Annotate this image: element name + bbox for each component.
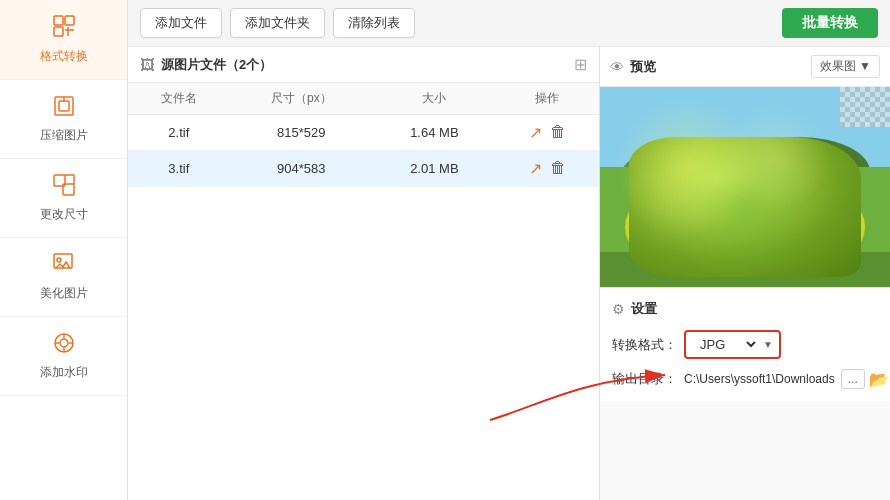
preview-mode-label: 效果图 [820,59,856,73]
sidebar-item-beautify[interactable]: 美化图片 [0,238,127,317]
settings-header: ⚙ 设置 [612,300,878,318]
svg-point-32 [806,215,814,223]
settings-area: ⚙ 设置 转换格式： JPGPNGBMPGIFWEBPTIFF ▼ 输出目录： [600,287,890,401]
watermark-icon [52,331,76,360]
body-area: 🖼 源图片文件（2个） ⊞ 文件名 尺寸（px） 大小 操作 [128,47,890,500]
svg-point-9 [57,258,61,262]
preview-eye-icon: 👁 [610,59,624,75]
format-select-wrapper: JPGPNGBMPGIFWEBPTIFF ▼ [684,330,781,359]
main-content: 添加文件 添加文件夹 清除列表 批量转换 🖼 源图片文件（2个） ⊞ [128,0,890,500]
file-open-icon[interactable]: ↗ [529,159,542,178]
file-name: 2.tif [128,115,230,151]
file-actions: ↗ 🗑 [496,115,599,151]
folder-open-icon[interactable]: 📂 [869,370,889,389]
output-row: 输出目录： C:\Users\yssoft1\Downloads ... 📂 [612,369,878,389]
sidebar-item-label-watermark: 添加水印 [40,364,88,381]
format-row: 转换格式： JPGPNGBMPGIFWEBPTIFF ▼ [612,330,878,359]
batch-convert-button[interactable]: 批量转换 [782,8,878,38]
table-row[interactable]: 2.tif815*5291.64 MB ↗ 🗑 [128,115,599,151]
sidebar-item-watermark[interactable]: 添加水印 [0,317,127,396]
compress-icon [52,94,76,123]
file-actions: ↗ 🗑 [496,151,599,187]
select-arrow-icon: ▼ [763,339,773,350]
format-convert-icon [52,14,76,44]
table-row[interactable]: 3.tif904*5832.01 MB ↗ 🗑 [128,151,599,187]
sidebar: 格式转换 压缩图片 更改尺寸 [0,0,128,500]
format-select[interactable]: JPGPNGBMPGIFWEBPTIFF [692,334,759,355]
beautify-icon [52,252,76,281]
sidebar-item-label-format: 格式转换 [40,48,88,65]
svg-rect-2 [54,27,63,36]
file-size-px: 904*583 [230,151,373,187]
svg-point-11 [60,339,68,347]
sidebar-item-label-compress: 压缩图片 [40,127,88,144]
toolbar: 添加文件 添加文件夹 清除列表 批量转换 [128,0,890,47]
output-path: C:\Users\yssoft1\Downloads [684,372,835,386]
svg-point-22 [745,190,815,234]
svg-point-27 [734,193,746,205]
output-label: 输出目录： [612,370,684,388]
file-name: 3.tif [128,151,230,187]
svg-point-25 [700,204,710,214]
svg-point-18 [730,137,870,207]
preview-title: 预览 [630,58,656,76]
sidebar-item-label-resize: 更改尺寸 [40,206,88,223]
add-folder-button[interactable]: 添加文件夹 [230,8,325,38]
panel-header: 🖼 源图片文件（2个） ⊞ [128,47,599,83]
panel-header-right: ⊞ [574,55,587,74]
preview-mode-button[interactable]: 效果图 ▼ [811,55,880,78]
preview-mode-arrow: ▼ [859,59,871,73]
grid-view-icon[interactable]: ⊞ [574,55,587,74]
sidebar-item-label-beautify: 美化图片 [40,285,88,302]
output-browse-button[interactable]: ... [841,369,865,389]
left-panel: 🖼 源图片文件（2个） ⊞ 文件名 尺寸（px） 大小 操作 [128,47,600,500]
settings-title: 设置 [631,300,657,318]
svg-point-24 [686,211,694,219]
svg-point-23 [705,177,785,227]
format-label: 转换格式： [612,336,684,354]
resize-icon [52,173,76,202]
file-size: 1.64 MB [373,115,496,151]
right-panel: 👁 预览 效果图 ▼ [600,47,890,500]
svg-point-20 [625,167,865,287]
svg-rect-19 [600,167,890,287]
col-actions: 操作 [496,83,599,115]
col-size-px: 尺寸（px） [230,83,373,115]
file-size: 2.01 MB [373,151,496,187]
svg-point-26 [716,201,724,209]
panel-image-icon: 🖼 [140,56,155,73]
col-filename: 文件名 [128,83,230,115]
clear-list-button[interactable]: 清除列表 [333,8,415,38]
transparent-corner [840,87,890,127]
file-table: 文件名 尺寸（px） 大小 操作 2.tif815*5291.64 MB ↗ 🗑… [128,83,599,187]
svg-point-31 [677,219,683,225]
preview-image-container [600,87,890,287]
svg-point-28 [755,198,765,208]
settings-gear-icon: ⚙ [612,301,625,317]
add-file-button[interactable]: 添加文件 [140,8,222,38]
sidebar-item-resize[interactable]: 更改尺寸 [0,159,127,238]
svg-point-17 [620,147,740,207]
svg-rect-4 [59,101,69,111]
svg-rect-0 [54,16,63,25]
panel-title: 源图片文件（2个） [161,56,272,74]
svg-point-30 [790,208,800,218]
svg-rect-1 [65,16,74,25]
preview-header: 👁 预览 效果图 ▼ [600,47,890,87]
col-size: 大小 [373,83,496,115]
svg-rect-38 [600,252,890,287]
file-open-icon[interactable]: ↗ [529,123,542,142]
svg-point-21 [670,197,730,237]
svg-point-29 [771,203,779,211]
file-delete-icon[interactable]: 🗑 [550,123,566,142]
file-size-px: 815*529 [230,115,373,151]
sidebar-item-format-convert[interactable]: 格式转换 [0,0,127,80]
sidebar-item-compress[interactable]: 压缩图片 [0,80,127,159]
file-delete-icon[interactable]: 🗑 [550,159,566,178]
